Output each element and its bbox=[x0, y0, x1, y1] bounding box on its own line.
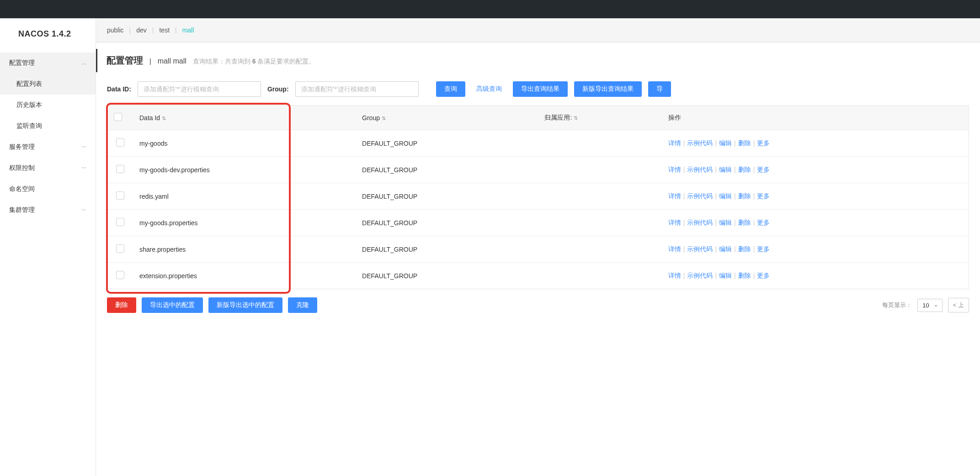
op-more[interactable]: 更多 bbox=[757, 139, 770, 147]
cell-ops: 详情|示例代码|编辑|删除|更多 bbox=[662, 210, 969, 236]
dataid-input[interactable] bbox=[138, 81, 261, 97]
op-more[interactable]: 更多 bbox=[757, 245, 770, 253]
menu-config-management[interactable]: 配置管理 ︿ bbox=[0, 53, 96, 74]
col-app[interactable]: 归属应用:⇅ bbox=[538, 106, 661, 130]
row-checkbox[interactable] bbox=[116, 271, 124, 279]
menu-label: 集群管理 bbox=[9, 206, 35, 214]
table-row: my-goodsDEFAULT_GROUP详情|示例代码|编辑|删除|更多 bbox=[107, 130, 969, 157]
row-checkbox[interactable] bbox=[116, 191, 124, 200]
export-selected-button[interactable]: 导出选中的配置 bbox=[142, 297, 203, 313]
op-detail[interactable]: 详情 bbox=[668, 272, 681, 279]
op-edit[interactable]: 编辑 bbox=[719, 192, 732, 200]
import-button[interactable]: 导 bbox=[648, 81, 671, 97]
op-sample[interactable]: 示例代码 bbox=[687, 139, 713, 147]
menu-permission[interactable]: 权限控制 ﹀ bbox=[0, 158, 96, 179]
op-edit[interactable]: 编辑 bbox=[719, 166, 732, 173]
title-separator: | bbox=[149, 58, 151, 65]
clone-button[interactable]: 克隆 bbox=[288, 297, 317, 313]
op-sample[interactable]: 示例代码 bbox=[687, 245, 713, 253]
submenu-listen-query[interactable]: 监听查询 bbox=[0, 116, 96, 137]
select-all-checkbox[interactable] bbox=[114, 113, 122, 121]
row-checkbox[interactable] bbox=[116, 218, 124, 226]
op-detail[interactable]: 详情 bbox=[668, 192, 681, 200]
app-logo: NACOS 1.4.2 bbox=[0, 18, 96, 53]
tab-public[interactable]: public bbox=[107, 26, 124, 34]
op-edit[interactable]: 编辑 bbox=[719, 272, 732, 279]
cell-ops: 详情|示例代码|编辑|删除|更多 bbox=[662, 236, 969, 263]
op-detail[interactable]: 详情 bbox=[668, 166, 681, 173]
tab-dev[interactable]: dev bbox=[136, 26, 147, 34]
advanced-query-button[interactable]: 高级查询 bbox=[472, 81, 506, 97]
table-row: share.propertiesDEFAULT_GROUP详情|示例代码|编辑|… bbox=[107, 236, 969, 263]
tab-separator: | bbox=[129, 26, 131, 34]
group-input[interactable] bbox=[295, 81, 419, 97]
col-group[interactable]: Group⇅ bbox=[356, 106, 538, 130]
delete-button[interactable]: 删除 bbox=[107, 297, 136, 313]
table-footer: 删除 导出选中的配置 新版导出选中的配置 克隆 每页显示： 10 < 上 bbox=[96, 289, 980, 321]
cell-group: DEFAULT_GROUP bbox=[356, 263, 538, 289]
top-bar bbox=[0, 0, 980, 18]
op-edit[interactable]: 编辑 bbox=[719, 139, 732, 147]
op-delete[interactable]: 删除 bbox=[738, 139, 751, 147]
page-title: 配置管理 bbox=[107, 54, 143, 67]
cell-ops: 详情|示例代码|编辑|删除|更多 bbox=[662, 183, 969, 210]
cell-app bbox=[538, 236, 661, 263]
op-delete[interactable]: 删除 bbox=[738, 245, 751, 253]
cell-ops: 详情|示例代码|编辑|删除|更多 bbox=[662, 157, 969, 183]
op-more[interactable]: 更多 bbox=[757, 166, 770, 173]
cell-dataid: my-goods bbox=[133, 130, 356, 157]
tab-test[interactable]: test bbox=[159, 26, 170, 34]
cell-ops: 详情|示例代码|编辑|删除|更多 bbox=[662, 263, 969, 289]
op-delete[interactable]: 删除 bbox=[738, 272, 751, 279]
col-operations: 操作 bbox=[662, 106, 969, 130]
export-selected-new-button[interactable]: 新版导出选中的配置 bbox=[208, 297, 282, 313]
op-detail[interactable]: 详情 bbox=[668, 219, 681, 226]
op-detail[interactable]: 详情 bbox=[668, 139, 681, 147]
prev-page-button[interactable]: < 上 bbox=[948, 298, 969, 312]
op-detail[interactable]: 详情 bbox=[668, 245, 681, 253]
menu-service-management[interactable]: 服务管理 ﹀ bbox=[0, 137, 96, 158]
menu-cluster[interactable]: 集群管理 ﹀ bbox=[0, 200, 96, 221]
table-row: my-goods.propertiesDEFAULT_GROUP详情|示例代码|… bbox=[107, 210, 969, 236]
search-bar: Data ID: Group: 查询 高级查询 导出查询结果 新版导出查询结果 … bbox=[96, 79, 980, 105]
menu-label: 权限控制 bbox=[9, 164, 35, 172]
cell-group: DEFAULT_GROUP bbox=[356, 236, 538, 263]
op-delete[interactable]: 删除 bbox=[738, 219, 751, 226]
cell-app bbox=[538, 157, 661, 183]
row-checkbox[interactable] bbox=[116, 244, 124, 253]
submenu-config-list[interactable]: 配置列表 bbox=[0, 74, 96, 95]
export-results-new-button[interactable]: 新版导出查询结果 bbox=[574, 81, 642, 97]
row-checkbox[interactable] bbox=[116, 165, 124, 173]
op-more[interactable]: 更多 bbox=[757, 272, 770, 279]
chevron-down-icon: ﹀ bbox=[81, 165, 86, 172]
op-delete[interactable]: 删除 bbox=[738, 192, 751, 200]
cell-app bbox=[538, 183, 661, 210]
op-sample[interactable]: 示例代码 bbox=[687, 192, 713, 200]
op-delete[interactable]: 删除 bbox=[738, 166, 751, 173]
chevron-down-icon: ﹀ bbox=[81, 144, 86, 151]
tab-separator: | bbox=[152, 26, 154, 34]
cell-dataid: share.properties bbox=[133, 236, 356, 263]
op-sample[interactable]: 示例代码 bbox=[687, 272, 713, 279]
op-sample[interactable]: 示例代码 bbox=[687, 166, 713, 173]
table-row: redis.yamlDEFAULT_GROUP详情|示例代码|编辑|删除|更多 bbox=[107, 183, 969, 210]
export-results-button[interactable]: 导出查询结果 bbox=[513, 81, 568, 97]
op-more[interactable]: 更多 bbox=[757, 219, 770, 226]
sidebar: NACOS 1.4.2 配置管理 ︿ 配置列表 历史版本 监听查询 服务管理 ﹀… bbox=[0, 18, 96, 476]
op-sample[interactable]: 示例代码 bbox=[687, 219, 713, 226]
page-size-select[interactable]: 10 bbox=[917, 299, 942, 312]
config-table: Data Id⇅ Group⇅ 归属应用:⇅ 操作 my-goodsDEFAUL… bbox=[107, 105, 969, 289]
col-dataid[interactable]: Data Id⇅ bbox=[133, 106, 356, 130]
menu-namespace[interactable]: 命名空间 bbox=[0, 179, 96, 200]
namespace-tabs: public | dev | test | mall bbox=[96, 18, 980, 42]
namespace-name: mall mall bbox=[158, 57, 186, 65]
tab-mall[interactable]: mall bbox=[182, 26, 194, 34]
query-button[interactable]: 查询 bbox=[436, 81, 465, 97]
cell-dataid: redis.yaml bbox=[133, 183, 356, 210]
op-edit[interactable]: 编辑 bbox=[719, 245, 732, 253]
submenu-history[interactable]: 历史版本 bbox=[0, 95, 96, 116]
op-more[interactable]: 更多 bbox=[757, 192, 770, 200]
sort-icon: ⇅ bbox=[574, 115, 578, 121]
row-checkbox[interactable] bbox=[116, 138, 124, 147]
op-edit[interactable]: 编辑 bbox=[719, 219, 732, 226]
